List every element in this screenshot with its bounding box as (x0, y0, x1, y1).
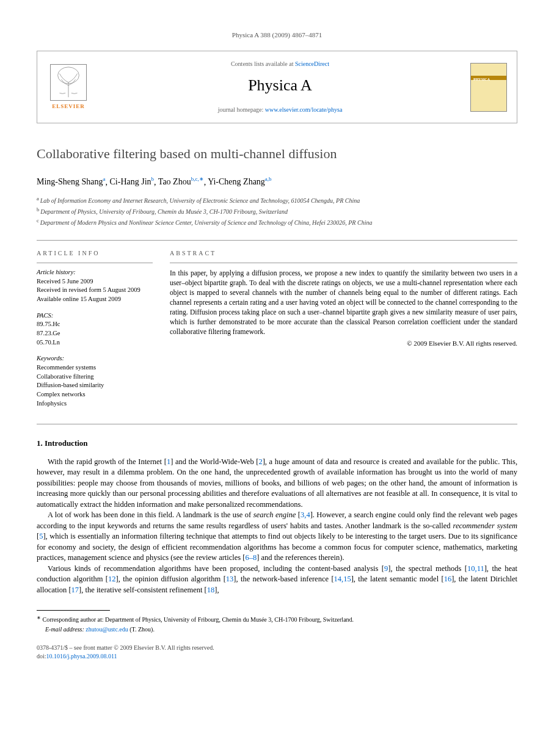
history-label: Article history: (37, 269, 76, 275)
abstract-text: In this paper, by applying a diffusion p… (170, 268, 517, 337)
doi-link[interactable]: 10.1016/j.physa.2009.08.011 (46, 653, 117, 660)
homepage-link[interactable]: www.elsevier.com/locate/physa (265, 106, 343, 113)
article-history: Article history: Received 5 June 2009 Re… (37, 268, 153, 304)
divider (170, 263, 517, 263)
author-list: Ming-Sheng Shanga, Ci-Hang Jinb, Tao Zho… (37, 176, 517, 188)
elsevier-logo: ELSEVIER (47, 63, 90, 112)
affiliation-a: aLab of Information Economy and Internet… (37, 195, 517, 205)
ref-link[interactable]: 6–8 (246, 553, 257, 562)
body-paragraph: Various kinds of recommendation algorith… (37, 564, 517, 596)
ref-link[interactable]: 3,4 (301, 511, 310, 519)
pacs-code: 89.75.Hc (37, 321, 60, 327)
author-3: Tao Zhoub,c,∗ (158, 177, 204, 186)
ref-link[interactable]: 18 (207, 586, 215, 594)
keyword: Collaborative filtering (37, 373, 94, 380)
body-paragraph: A lot of work has been done in this fiel… (37, 510, 517, 564)
header-citation: Physica A 388 (2009) 4867–4871 (37, 31, 517, 40)
journal-name: Physica A (90, 75, 470, 96)
corresponding-mark[interactable]: ∗ (199, 176, 204, 183)
article-info-label: article info (37, 249, 153, 258)
email-footnote: E-mail address: zhutou@ustc.edu (T. Zhou… (37, 625, 517, 634)
footnote-separator (37, 610, 110, 611)
history-item: Available online 15 August 2009 (37, 296, 121, 302)
divider (37, 240, 517, 241)
aff-link[interactable]: a,b (265, 176, 272, 183)
journal-cover-thumbnail (470, 63, 507, 112)
homepage-prefix: journal homepage: (218, 106, 265, 113)
abstract-copyright: © 2009 Elsevier B.V. All rights reserved… (170, 339, 517, 348)
email-link[interactable]: zhutou@ustc.edu (86, 626, 128, 633)
ref-link[interactable]: 10,11 (467, 564, 484, 573)
corresponding-footnote: ∗ Corresponding author at: Department of… (37, 614, 517, 624)
body-paragraph: With the rapid growth of the Internet [1… (37, 457, 517, 511)
abstract-label: abstract (170, 249, 517, 258)
sciencedirect-link[interactable]: ScienceDirect (295, 60, 329, 67)
author-2: Ci-Hang Jinb (110, 177, 155, 186)
divider (37, 424, 517, 424)
article-title: Collaborative filtering based on multi-c… (37, 145, 517, 164)
author-4: Yi-Cheng Zhanga,b (208, 177, 271, 186)
doi-line: doi:10.1016/j.physa.2009.08.011 (37, 652, 517, 661)
ref-link[interactable]: 12 (108, 575, 116, 583)
ref-link[interactable]: 17 (71, 586, 79, 594)
pacs-code: 87.23.Ge (37, 330, 60, 336)
keyword: Recommender systems (37, 364, 96, 371)
pacs-block: PACS: 89.75.Hc 87.23.Ge 05.70.Ln (37, 311, 153, 347)
footer-block: 0378-4371/$ – see front matter © 2009 El… (37, 644, 517, 661)
history-item: Received in revised form 5 August 2009 (37, 286, 140, 293)
pacs-label: PACS: (37, 312, 53, 319)
keyword: Infophysics (37, 400, 67, 407)
affiliation-b: bDepartment of Physics, University of Fr… (37, 206, 517, 216)
elsevier-text: ELSEVIER (52, 103, 85, 111)
keyword: Diffusion-based similarity (37, 382, 104, 388)
keywords-block: Keywords: Recommender systems Collaborat… (37, 354, 153, 408)
pacs-code: 05.70.Ln (37, 339, 60, 346)
aff-link[interactable]: b (151, 176, 155, 183)
elsevier-tree-icon (50, 64, 87, 101)
journal-homepage: journal homepage: www.elsevier.com/locat… (90, 106, 470, 114)
keyword: Complex networks (37, 391, 86, 398)
affiliations: aLab of Information Economy and Internet… (37, 195, 517, 228)
keywords-label: Keywords: (37, 355, 64, 362)
contents-prefix: Contents lists available at (231, 60, 295, 67)
aff-link[interactable]: b,c, (191, 176, 199, 183)
history-item: Received 5 June 2009 (37, 278, 93, 285)
abstract-column: abstract In this paper, by applying a di… (170, 249, 517, 416)
author-1: Ming-Sheng Shanga (37, 177, 106, 186)
journal-header-box: ELSEVIER Contents lists available at Sci… (37, 51, 517, 123)
contents-available: Contents lists available at ScienceDirec… (90, 60, 470, 68)
issn-line: 0378-4371/$ – see front matter © 2009 El… (37, 644, 517, 652)
ref-link[interactable]: 16 (444, 575, 452, 583)
ref-link[interactable]: 14,15 (334, 575, 351, 583)
divider (37, 263, 153, 263)
affiliation-c: cDepartment of Modern Physics and Nonlin… (37, 217, 517, 227)
ref-link[interactable]: 13 (226, 575, 234, 583)
svg-point-0 (58, 67, 79, 84)
aff-link[interactable]: a (103, 176, 106, 183)
article-info-column: article info Article history: Received 5… (37, 249, 153, 416)
section-heading-intro: 1. Introduction (37, 438, 517, 449)
